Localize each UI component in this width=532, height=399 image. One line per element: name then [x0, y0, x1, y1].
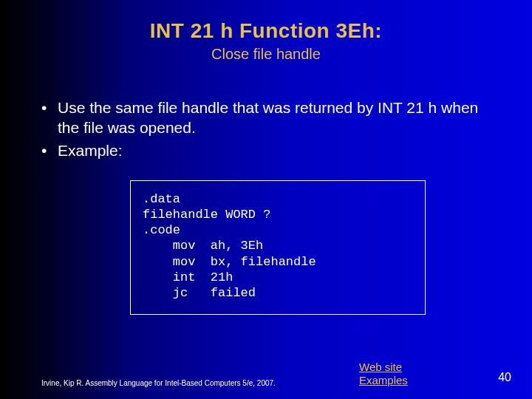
bullet-item: Example:	[41, 141, 502, 161]
examples-link[interactable]: Examples	[359, 374, 408, 386]
code-listing: .data filehandle WORD ? .code mov ah, 3E…	[143, 191, 413, 301]
code-box: .data filehandle WORD ? .code mov ah, 3E…	[130, 180, 426, 316]
slide-title: INT 21 h Function 3Eh:	[0, 0, 532, 43]
bullet-item: Use the same file handle that was return…	[41, 98, 502, 138]
web-site-link[interactable]: Web site	[359, 361, 402, 373]
page-number: 40	[482, 371, 511, 387]
slide: INT 21 h Function 3Eh: Close file handle…	[0, 0, 532, 399]
slide-subtitle: Close file handle	[0, 46, 532, 63]
footer: Irvine, Kip R. Assembly Language for Int…	[0, 361, 532, 387]
citation-text: Irvine, Kip R. Assembly Language for Int…	[41, 379, 307, 387]
slide-body: Use the same file handle that was return…	[41, 98, 502, 315]
footer-links: Web site Examples	[307, 361, 482, 387]
